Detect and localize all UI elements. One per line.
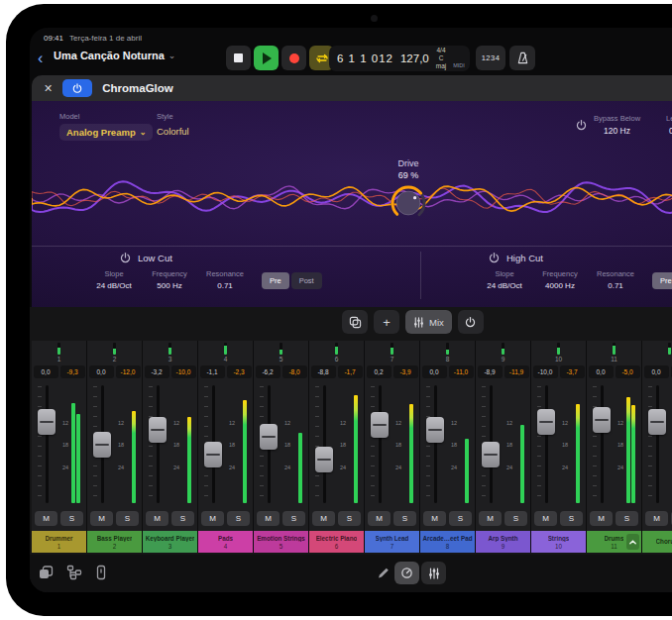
mute-button[interactable]: M bbox=[312, 511, 335, 526]
mixer-channel-strip[interactable]: 9 -8,9 -11,9 121824 M S Arp Synth 9 bbox=[476, 341, 531, 553]
pre-button[interactable]: Pre bbox=[652, 272, 672, 289]
pan-value[interactable]: -3,2 bbox=[145, 365, 169, 378]
lcd-display[interactable]: 6 1 1 012 127,0 4/4 C maj MIDI bbox=[329, 46, 470, 71]
mute-button[interactable]: M bbox=[201, 511, 224, 526]
drive-control[interactable]: Drive 69 % bbox=[381, 158, 436, 228]
fader-handle[interactable] bbox=[426, 417, 444, 443]
track-name-label[interactable]: Strings 10 bbox=[531, 531, 586, 553]
solo-button[interactable]: S bbox=[560, 511, 583, 526]
fader-handle[interactable] bbox=[38, 409, 56, 435]
routing-icon[interactable] bbox=[66, 565, 82, 580]
track-name-label[interactable]: Emotion Strings 5 bbox=[254, 531, 308, 553]
mix-view-button[interactable]: Mix bbox=[405, 310, 452, 334]
add-track-button[interactable]: + bbox=[374, 310, 399, 334]
faders-view-button[interactable] bbox=[421, 562, 446, 584]
collapse-stack-button[interactable] bbox=[626, 534, 639, 550]
fader-handle[interactable] bbox=[648, 409, 666, 435]
mute-button[interactable]: M bbox=[35, 511, 57, 526]
plugin-power-button[interactable] bbox=[62, 79, 92, 97]
solo-button[interactable]: S bbox=[282, 511, 305, 526]
pan-value[interactable]: 0,0 bbox=[34, 365, 58, 378]
fader-handle[interactable] bbox=[204, 442, 222, 467]
level-control[interactable]: Level 0.0 bbox=[666, 114, 672, 136]
volume-value[interactable]: -11,9 bbox=[504, 365, 529, 378]
style-control[interactable]: Style Colorful bbox=[157, 112, 189, 137]
pre-button[interactable]: Pre bbox=[262, 272, 289, 289]
solo-button[interactable]: S bbox=[616, 511, 638, 526]
track-name-label[interactable]: Drums 11 bbox=[587, 531, 641, 553]
track-name-label[interactable]: Bass Player 2 bbox=[87, 531, 142, 553]
pan-value[interactable]: 0,0 bbox=[644, 365, 669, 378]
count-in-button[interactable]: 1234 bbox=[476, 46, 505, 70]
power-icon[interactable] bbox=[488, 252, 501, 263]
mixer-channel-strip[interactable]: 4 -1,1 -2,3 121824 M S Pads 4 bbox=[198, 341, 254, 553]
duplicate-button[interactable] bbox=[342, 310, 368, 334]
pan-value[interactable]: -10,0 bbox=[533, 365, 558, 378]
mixer-channel-strip[interactable]: 8 0,0 -11,0 121824 M S Arcade…eet Pad 8 bbox=[420, 341, 476, 553]
solo-button[interactable]: S bbox=[449, 511, 472, 526]
record-button[interactable] bbox=[281, 46, 306, 70]
mute-button[interactable]: M bbox=[645, 511, 668, 526]
drive-knob[interactable] bbox=[388, 182, 429, 224]
controls-view-button[interactable] bbox=[394, 562, 419, 584]
slope-param[interactable]: Slope 24 dB/Oct bbox=[480, 269, 529, 290]
track-name-label[interactable]: Pads 4 bbox=[198, 531, 253, 553]
fader-handle[interactable] bbox=[482, 442, 500, 467]
mute-button[interactable]: M bbox=[590, 511, 613, 526]
mute-button[interactable]: M bbox=[257, 511, 280, 526]
solo-button[interactable]: S bbox=[227, 511, 250, 526]
fader-handle[interactable] bbox=[315, 447, 333, 472]
fader-handle[interactable] bbox=[260, 424, 278, 450]
mixer-channel-strip[interactable]: 2 0,0 -12,0 121824 M S Bass Player 2 bbox=[87, 341, 143, 553]
back-chevron-icon[interactable]: ‹ bbox=[38, 47, 43, 70]
track-name-label[interactable]: Chorus V bbox=[642, 531, 672, 553]
close-icon[interactable]: ✕ bbox=[44, 82, 53, 95]
fader-handle[interactable] bbox=[593, 407, 611, 433]
bypass-below-control[interactable]: Bypass Below 120 Hz bbox=[575, 114, 640, 136]
solo-button[interactable]: S bbox=[116, 511, 139, 526]
mixer-channel-strip[interactable]: 0,0 121824 M S Chorus V bbox=[642, 341, 672, 553]
power-icon[interactable] bbox=[119, 252, 132, 263]
mixer-channel-strip[interactable]: 6 -8,8 -1,7 121824 M S Electric Piano 6 bbox=[309, 341, 365, 553]
pan-value[interactable]: -8,8 bbox=[311, 365, 336, 378]
solo-button[interactable]: S bbox=[171, 511, 194, 526]
volume-value[interactable]: -2,3 bbox=[227, 365, 252, 378]
mixer-channel-strip[interactable]: 3 -3,2 -10,0 121824 M S Keyboard Player … bbox=[143, 341, 198, 553]
volume-value[interactable]: -3,7 bbox=[560, 365, 585, 378]
solo-button[interactable]: S bbox=[393, 511, 416, 526]
volume-value[interactable]: -9,3 bbox=[60, 365, 85, 378]
solo-button[interactable]: S bbox=[60, 511, 83, 526]
track-name-label[interactable]: Keyboard Player 3 bbox=[143, 531, 197, 553]
mute-button[interactable]: M bbox=[146, 511, 168, 526]
volume-value[interactable]: -8,0 bbox=[282, 365, 307, 378]
post-button[interactable]: Post bbox=[291, 272, 322, 289]
pan-value[interactable]: -8,9 bbox=[478, 365, 503, 378]
channel-strip-icon[interactable] bbox=[95, 565, 107, 580]
pan-value[interactable]: -6,2 bbox=[256, 365, 280, 378]
track-name-label[interactable]: Arp Synth 9 bbox=[476, 531, 530, 553]
volume-value[interactable]: -11,0 bbox=[449, 365, 474, 378]
fader-handle[interactable] bbox=[371, 412, 389, 438]
mixer-channel-strip[interactable]: 5 -6,2 -8,0 121824 M S Emotion Strings 5 bbox=[254, 341, 309, 553]
slope-param[interactable]: Slope 24 dB/Oct bbox=[89, 269, 139, 290]
pan-value[interactable]: -1,1 bbox=[200, 365, 225, 378]
mixer-channel-strip[interactable]: 7 0,2 -3,9 121824 M S Synth Lead 7 bbox=[365, 341, 420, 553]
fader-handle[interactable] bbox=[93, 432, 111, 458]
volume-value[interactable]: -12,0 bbox=[116, 365, 141, 378]
mixer-power-button[interactable] bbox=[458, 310, 484, 334]
fader-handle[interactable] bbox=[149, 417, 167, 443]
track-name-label[interactable]: Drummer 1 bbox=[32, 531, 86, 553]
play-button[interactable] bbox=[254, 46, 279, 70]
volume-value[interactable]: -5,0 bbox=[616, 365, 640, 378]
mixer-channel-strip[interactable]: 11 0,0 -5,0 121824 M S Drums 11 bbox=[587, 341, 642, 553]
mute-button[interactable]: M bbox=[479, 511, 502, 526]
stacked-cards-icon[interactable] bbox=[38, 565, 54, 580]
volume-value[interactable]: -10,0 bbox=[171, 365, 196, 378]
pan-value[interactable]: 0,2 bbox=[367, 365, 392, 378]
track-name-label[interactable]: Synth Lead 7 bbox=[365, 531, 419, 553]
frequency-param[interactable]: Frequency 500 Hz bbox=[145, 269, 194, 290]
pan-value[interactable]: 0,0 bbox=[589, 365, 614, 378]
resonance-param[interactable]: Resonance 0.71 bbox=[200, 269, 250, 290]
volume-value[interactable]: -1,7 bbox=[338, 365, 363, 378]
mute-button[interactable]: M bbox=[534, 511, 557, 526]
